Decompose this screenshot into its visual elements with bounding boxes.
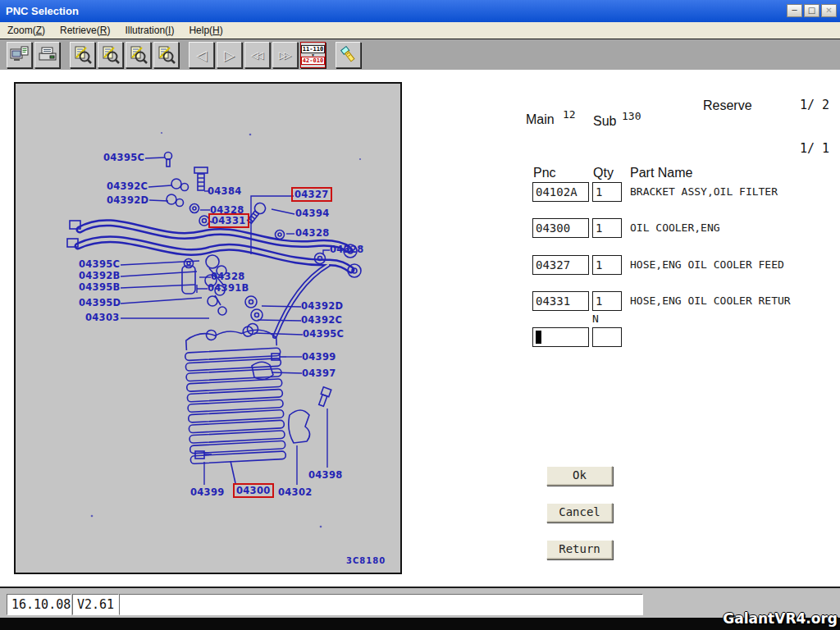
pnc-field-row-2[interactable]: 04300 xyxy=(532,218,589,238)
diagram-label-04395D[interactable]: 04395D xyxy=(79,297,121,308)
qty-field-row-5[interactable] xyxy=(592,327,622,347)
qty-field-row-4[interactable]: 1 xyxy=(592,291,622,311)
diagram-label-04302[interactable]: 04302 xyxy=(278,486,313,498)
diagram-label-04392B[interactable]: 04392B xyxy=(79,270,121,281)
prev-page-button[interactable]: ◁ xyxy=(189,42,214,68)
qty-field-row-3[interactable]: 1 xyxy=(592,255,622,275)
print-list-button[interactable] xyxy=(34,42,60,68)
magnifier-doc-icon xyxy=(101,46,121,64)
qty-value: 1 xyxy=(593,183,621,201)
menu-item-zoom[interactable]: Zoom(Z) xyxy=(0,22,52,39)
main-label: Main xyxy=(526,112,555,127)
magnifier-doc-icon xyxy=(129,46,148,64)
diagram-label-04392C[interactable]: 04392C xyxy=(107,180,148,192)
printer-icon xyxy=(38,46,57,64)
sub-value: 130 xyxy=(622,110,641,122)
minimize-icon: ─ xyxy=(792,6,797,15)
diagram-label-04391B[interactable]: 04391B xyxy=(208,282,249,294)
diagram-label-04328[interactable]: 04328 xyxy=(295,227,330,239)
diagram-label-04303[interactable]: 04303 xyxy=(85,312,120,323)
diagram-label-04392D[interactable]: 04392D xyxy=(301,300,343,312)
menu-item-retrieve[interactable]: Retrieve(R) xyxy=(52,22,117,39)
pnc-field-row-4[interactable]: 04331 xyxy=(532,291,589,311)
diagram-label-04328[interactable]: 04328 xyxy=(211,271,245,282)
part-name: HOSE,ENG OIL COOLER FEED xyxy=(630,258,784,271)
cancel-button[interactable]: Cancel xyxy=(546,503,613,523)
minimize-button[interactable]: ─ xyxy=(787,4,802,17)
qty-value: 1 xyxy=(593,256,621,274)
next-arrow-icon: ▷ xyxy=(224,47,235,63)
diagram-label-04300-highlighted[interactable]: 04300 xyxy=(233,483,274,498)
diagram-label-04395C[interactable]: 04395C xyxy=(303,328,344,340)
reserve-count: 1/ 2 xyxy=(800,98,829,112)
sub-label: Sub xyxy=(593,114,616,129)
print-screen-icon xyxy=(10,46,30,64)
status-version: V2.61 xyxy=(72,594,119,615)
diagram-label-04395C[interactable]: 04395C xyxy=(79,258,120,270)
zoom-doc-button-1[interactable] xyxy=(70,42,95,68)
double-left-arrow-icon: ◁◁ xyxy=(251,49,263,61)
diagram-label-04392D[interactable]: 04392D xyxy=(107,194,148,206)
zoom-doc-button-2[interactable] xyxy=(98,42,123,68)
diagram-label-04399[interactable]: 04399 xyxy=(190,486,225,498)
maximize-button[interactable]: □ xyxy=(804,4,819,17)
close-icon: ✕ xyxy=(825,6,832,15)
qty-value: 1 xyxy=(593,292,621,310)
diagram-label-04328[interactable]: 04328 xyxy=(330,244,364,255)
last-page-button[interactable]: ▷▷ xyxy=(272,42,298,68)
pnc-field-row-5[interactable] xyxy=(532,327,589,347)
diagram-label-04398[interactable]: 04398 xyxy=(308,469,343,481)
diagram-label-04327-highlighted[interactable]: 04327 xyxy=(291,187,332,202)
return-button[interactable]: Return xyxy=(546,540,613,559)
pnc-field-row-3[interactable]: 04327 xyxy=(532,255,589,275)
watermark: GalantVR4.org xyxy=(723,610,838,627)
code-range-bottom: 42-010 xyxy=(301,57,325,65)
page-count: 1/ 1 xyxy=(800,141,829,156)
pnc-value: 04102A xyxy=(533,183,588,201)
qty-value: 1 xyxy=(593,219,621,237)
diagram-label-04395C[interactable]: 04395C xyxy=(103,152,144,163)
print-screen-button[interactable] xyxy=(7,42,32,68)
maximize-icon: □ xyxy=(808,6,815,15)
qty-field-row-1[interactable]: 1 xyxy=(592,182,622,202)
zoom-doc-button-3[interactable] xyxy=(126,42,151,68)
flashlight-icon xyxy=(339,46,358,64)
diagram-label-04392C[interactable]: 04392C xyxy=(301,314,342,326)
diagram-label-04331-highlighted[interactable]: 04331 xyxy=(208,213,249,228)
part-name: OIL COOLER,ENG xyxy=(630,221,720,234)
window-controls: ─ □ ✕ xyxy=(787,4,837,17)
pnc-selection-window: PNC Selection ─ □ ✕ Zoom(Z)Retrieve(R)Il… xyxy=(0,0,840,630)
zoom-doc-button-4[interactable] xyxy=(153,42,179,68)
column-header-part-name: Part Name xyxy=(630,166,692,180)
drawing-code: 3C8180 xyxy=(346,556,386,565)
reserve-label: Reserve xyxy=(703,98,752,113)
pnc-field-row-1[interactable]: 04102A xyxy=(532,182,589,202)
next-page-button[interactable]: ▷ xyxy=(217,42,242,68)
menu-item-help[interactable]: Help(H) xyxy=(181,22,230,39)
flashlight-button[interactable] xyxy=(336,42,361,68)
first-page-button[interactable]: ◁◁ xyxy=(244,42,270,68)
diagram-label-04395B[interactable]: 04395B xyxy=(79,281,121,293)
diagram-label-04394[interactable]: 04394 xyxy=(295,208,330,219)
prev-arrow-icon: ◁ xyxy=(196,47,207,63)
pnc-value: 04327 xyxy=(533,256,588,274)
qty-field-row-2[interactable]: 1 xyxy=(592,218,622,238)
window-title: PNC Selection xyxy=(6,5,79,17)
ok-button[interactable]: Ok xyxy=(546,466,613,486)
pnc-value: 04300 xyxy=(533,219,588,237)
part-name: BRACKET ASSY,OIL FILTER xyxy=(630,185,778,198)
close-button[interactable]: ✕ xyxy=(821,4,837,17)
part-name: HOSE,ENG OIL COOLER RETUR xyxy=(630,294,791,307)
status-date: 16.10.08 xyxy=(7,594,71,615)
diagram-label-04397[interactable]: 04397 xyxy=(302,368,336,379)
part-name-wrap: N xyxy=(592,313,599,325)
menu-bar: Zoom(Z)Retrieve(R)Illutration(I)Help(H) xyxy=(0,22,840,39)
magnifier-doc-icon xyxy=(73,46,93,64)
code-range-button[interactable]: 11-110 ▼ 42-010 xyxy=(300,42,326,68)
diagram-label-04399[interactable]: 04399 xyxy=(302,351,336,363)
menu-item-illutration[interactable]: Illutration(I) xyxy=(117,22,181,39)
double-right-arrow-icon: ▷▷ xyxy=(279,49,291,61)
title-bar: PNC Selection xyxy=(0,0,840,22)
bottom-strip xyxy=(0,618,840,630)
diagram-label-04384[interactable]: 04384 xyxy=(208,185,242,197)
